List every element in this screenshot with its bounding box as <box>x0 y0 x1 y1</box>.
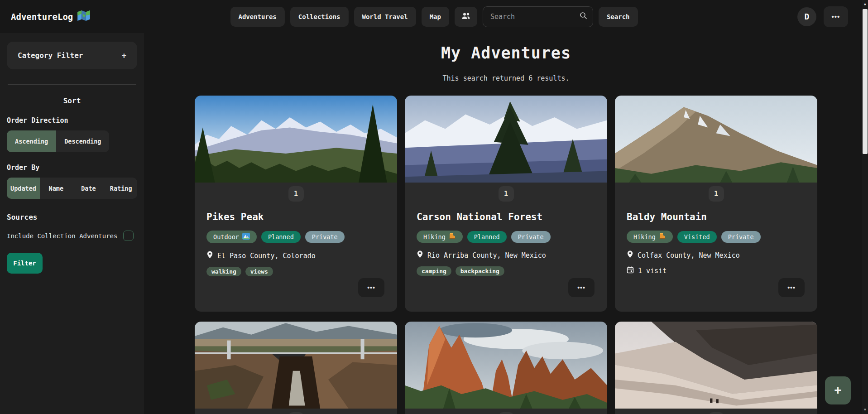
national-park-icon <box>242 233 250 241</box>
sort-title: Sort <box>7 96 137 105</box>
adventure-photo <box>615 96 817 183</box>
location-text: Colfax County, New Mexico <box>638 251 740 260</box>
visits-text: 1 visit <box>638 267 667 275</box>
results-count-text: This search returned 6 results. <box>144 74 868 82</box>
category-filter-label: Category Filter <box>18 51 83 60</box>
tag-pill: backpacking <box>456 266 504 276</box>
card-more-button[interactable]: ••• <box>778 278 805 297</box>
adventure-card-carson-national-forest[interactable]: 1 Carson National Forest Hiking <box>405 96 607 312</box>
scrollbar-down-arrow[interactable]: ▼ <box>862 407 868 413</box>
status-pill: Planned <box>261 231 301 243</box>
tag-pill: walking <box>206 267 241 276</box>
visibility-pill: Private <box>305 231 345 243</box>
order-by-label: Order By <box>7 164 137 172</box>
expand-plus-icon: + <box>122 51 126 60</box>
search-input-wrap <box>483 6 593 27</box>
app-logo[interactable]: AdventureLog <box>11 10 90 23</box>
nav-links: Adventures Collections World Travel Map <box>230 6 638 27</box>
nav-link-map[interactable]: Map <box>422 7 449 27</box>
page-scrollbar[interactable]: ▲ ▼ <box>862 0 868 414</box>
hiking-boot-icon <box>659 233 666 241</box>
orderby-rating-button[interactable]: Rating <box>105 178 137 199</box>
visit-count-badge: 1 <box>288 186 304 202</box>
visibility-pill: Private <box>511 231 551 243</box>
include-collection-label: Include Collection Adventures <box>7 232 117 240</box>
filter-sidebar: Category Filter + Sort Order Direction A… <box>0 33 144 414</box>
adventure-photo <box>405 322 607 409</box>
card-more-button[interactable]: ••• <box>358 278 384 297</box>
user-avatar[interactable]: D <box>797 7 816 26</box>
category-filter-expander[interactable]: Category Filter + <box>7 42 137 69</box>
calendar-icon <box>627 266 634 275</box>
navbar-more-button[interactable]: ••• <box>824 6 848 27</box>
sources-title: Sources <box>7 213 137 221</box>
scrollbar-thumb[interactable] <box>863 9 868 154</box>
adventure-photo <box>195 96 397 183</box>
sidebar-divider <box>8 84 136 85</box>
location-row: Colfax County, New Mexico <box>627 250 806 260</box>
order-direction-group: Ascending Descending <box>7 130 109 152</box>
visit-count-badge: 1 <box>499 186 514 202</box>
filter-button[interactable]: Filter <box>7 253 43 274</box>
search-icon <box>580 12 587 21</box>
nav-link-world-travel[interactable]: World Travel <box>354 7 416 27</box>
card-more-button[interactable]: ••• <box>568 278 595 297</box>
hiking-boot-icon <box>449 233 456 241</box>
category-pill: Hiking <box>417 231 463 243</box>
adventure-photo <box>405 96 607 183</box>
status-pill: Planned <box>467 231 507 243</box>
orderby-name-button[interactable]: Name <box>40 178 72 199</box>
nav-link-collections[interactable]: Collections <box>290 7 349 27</box>
visit-count-badge: 1 <box>709 186 724 202</box>
map-logo-icon <box>77 10 90 23</box>
adventure-card-baldy-mountain[interactable]: 1 Baldy Mountain Hiking <box>615 96 817 312</box>
visit-count-badge: 1 <box>709 412 724 414</box>
orderby-date-button[interactable]: Date <box>72 178 105 199</box>
tag-pill: camping <box>417 266 451 276</box>
location-text: El Paso County, Colorado <box>217 252 316 260</box>
page-title: My Adventures <box>144 44 868 62</box>
visits-row: 1 visit <box>627 266 806 275</box>
add-adventure-fab[interactable]: + <box>825 376 851 404</box>
adventure-photo <box>615 322 817 409</box>
status-pill: Visited <box>677 231 717 243</box>
direction-descending-button[interactable]: Descending <box>56 130 109 152</box>
location-pin-icon <box>206 251 213 260</box>
location-text: Rio Arriba County, New Mexico <box>427 251 546 260</box>
visit-count-badge: 1 <box>288 412 304 414</box>
shared-users-button[interactable] <box>455 7 477 27</box>
main-content: My Adventures This search returned 6 res… <box>144 33 868 414</box>
location-row: Rio Arriba County, New Mexico <box>417 250 595 260</box>
nav-link-adventures[interactable]: Adventures <box>230 7 284 27</box>
adventure-card[interactable]: 1 <box>195 322 397 414</box>
search-button[interactable]: Search <box>599 7 638 27</box>
orderby-updated-button[interactable]: Updated <box>7 178 40 199</box>
category-pill: Hiking <box>627 231 673 243</box>
adventure-title[interactable]: Carson National Forest <box>417 212 595 222</box>
adventure-title[interactable]: Pikes Peak <box>206 212 385 222</box>
visibility-pill: Private <box>721 231 761 243</box>
order-direction-label: Order Direction <box>7 116 137 125</box>
scrollbar-up-arrow[interactable]: ▲ <box>862 1 868 7</box>
order-by-group: Updated Name Date Rating <box>7 178 137 199</box>
include-collection-row: Include Collection Adventures <box>7 231 137 241</box>
include-collection-checkbox[interactable] <box>123 231 134 241</box>
people-icon <box>461 12 470 21</box>
nav-right: D ••• <box>797 6 848 27</box>
adventure-grid: 1 Pikes Peak Outdoor <box>195 96 817 414</box>
category-pill: Outdoor <box>206 231 257 243</box>
adventure-title[interactable]: Baldy Mountain <box>627 212 806 222</box>
adventure-card-pikes-peak[interactable]: 1 Pikes Peak Outdoor <box>195 96 397 312</box>
adventure-photo <box>195 322 397 409</box>
direction-ascending-button[interactable]: Ascending <box>7 130 56 152</box>
adventure-card[interactable]: 1 <box>405 322 607 414</box>
location-pin-icon <box>627 250 633 260</box>
search-input[interactable] <box>490 13 567 21</box>
location-pin-icon <box>417 250 423 260</box>
adventure-card[interactable]: 1 <box>615 322 817 414</box>
tag-pill: views <box>245 267 273 276</box>
visit-count-badge: 1 <box>499 412 514 414</box>
top-navbar: AdventureLog Adventures Collections Worl… <box>0 0 868 33</box>
app-title: AdventureLog <box>11 12 73 22</box>
location-row: El Paso County, Colorado <box>206 251 385 260</box>
